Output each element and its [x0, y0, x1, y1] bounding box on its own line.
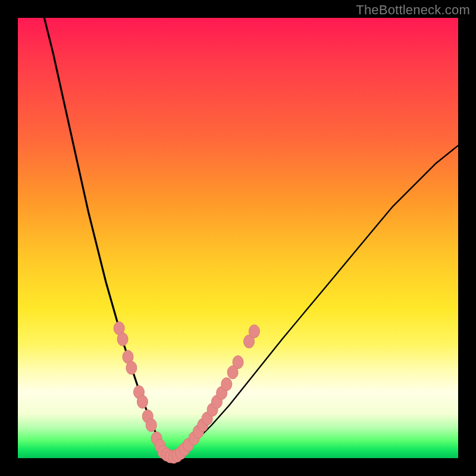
curves-svg — [18, 18, 458, 458]
watermark-text: TheBottleneck.com — [356, 2, 470, 18]
chart-frame: TheBottleneck.com — [0, 0, 476, 476]
marker-dot — [126, 361, 137, 374]
marker-dot — [221, 378, 232, 391]
marker-dot — [117, 333, 128, 346]
marker-dot — [233, 356, 243, 369]
marker-dot — [146, 419, 156, 432]
marker-cluster — [114, 322, 259, 464]
curve-left-branch — [44, 18, 172, 458]
marker-dot — [249, 325, 259, 338]
marker-dot — [137, 395, 148, 408]
plot-area — [18, 18, 458, 458]
